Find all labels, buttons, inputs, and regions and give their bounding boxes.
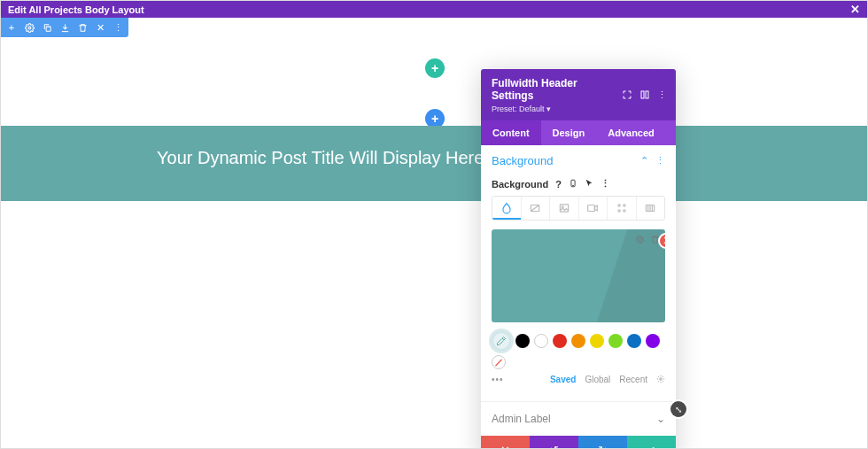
palette-settings-icon[interactable] — [656, 375, 665, 385]
svg-point-0 — [28, 27, 31, 29]
background-type-selector — [492, 196, 665, 221]
palette-tab-global[interactable]: Global — [585, 375, 610, 384]
panel-tabs: Content Design Advanced — [481, 120, 676, 145]
swatch-white[interactable] — [534, 334, 548, 348]
color-preview[interactable]: 1 — [492, 229, 665, 322]
section-toolbar: + ✕ ⋮ — [1, 18, 128, 37]
exit-icon[interactable]: ✕ — [93, 20, 107, 35]
color-swatches — [492, 331, 665, 369]
panel-footer: ✕ ↺ ↻ ✓ — [481, 436, 676, 449]
chevron-down-icon: ▾ — [546, 105, 551, 113]
swatch-yellow[interactable] — [590, 334, 604, 348]
close-icon[interactable]: ✕ — [850, 3, 860, 16]
swatch-black[interactable] — [515, 334, 530, 348]
settings-panel: Fullwidth Header Settings Preset: Defaul… — [481, 69, 676, 449]
bg-type-gradient[interactable] — [522, 197, 551, 220]
more-icon[interactable]: ⋮ — [111, 20, 125, 35]
help-icon[interactable]: ? — [555, 179, 562, 190]
hero-title: Your Dynamic Post Title Will Display Her… — [157, 148, 484, 168]
resize-handle[interactable]: ⤡ — [670, 401, 686, 417]
background-label-row: Background ? ⋮ — [492, 178, 665, 190]
svg-rect-3 — [646, 91, 648, 98]
bg-type-color[interactable] — [492, 197, 522, 220]
delete-icon[interactable] — [75, 20, 89, 35]
snap-icon[interactable] — [639, 89, 650, 101]
tab-content[interactable]: Content — [481, 120, 541, 145]
section-more-icon[interactable]: ⋮ — [655, 155, 665, 166]
eyedropper-button[interactable] — [492, 331, 511, 351]
tab-advanced[interactable]: Advanced — [596, 120, 666, 145]
svg-rect-2 — [641, 91, 644, 98]
background-label: Background — [492, 179, 548, 190]
svg-point-13 — [624, 210, 625, 212]
swatch-blue[interactable] — [627, 334, 641, 348]
svg-point-11 — [624, 205, 625, 206]
redo-button[interactable]: ↻ — [578, 436, 627, 449]
add-section-button[interactable]: + — [425, 58, 445, 78]
swatch-purple[interactable] — [646, 334, 660, 348]
swatch-subbar: ••• Saved Global Recent — [492, 375, 665, 385]
settings-icon[interactable] — [22, 20, 36, 35]
svg-rect-7 — [560, 205, 568, 212]
panel-more-icon[interactable]: ⋮ — [657, 89, 667, 101]
palette-tab-recent[interactable]: Recent — [619, 375, 647, 384]
page-title: Edit All Projects Body Layout — [8, 4, 144, 15]
label-more-icon[interactable]: ⋮ — [601, 178, 610, 190]
hover-icon[interactable] — [585, 178, 593, 190]
panel-header: Fullwidth Header Settings Preset: Defaul… — [481, 69, 676, 120]
responsive-icon[interactable] — [569, 178, 577, 190]
svg-point-10 — [618, 205, 620, 206]
svg-point-12 — [618, 210, 620, 212]
swatch-none[interactable] — [492, 355, 506, 369]
svg-point-15 — [639, 238, 641, 241]
section-header[interactable]: Background ⌃ ⋮ — [492, 154, 665, 167]
section-title: Background — [492, 154, 553, 167]
cancel-button[interactable]: ✕ — [481, 436, 530, 449]
svg-rect-9 — [588, 205, 595, 211]
swatch-red[interactable] — [553, 334, 567, 348]
bg-type-pattern[interactable] — [608, 197, 637, 220]
save-icon[interactable] — [58, 20, 72, 35]
svg-point-5 — [573, 185, 574, 186]
panel-title: Fullwidth Header Settings — [492, 77, 622, 103]
preview-settings-icon[interactable] — [635, 235, 645, 246]
swatch-orange[interactable] — [571, 334, 585, 348]
swatch-green[interactable] — [608, 334, 623, 348]
duplicate-icon[interactable] — [40, 20, 54, 35]
bg-type-mask[interactable] — [637, 197, 665, 220]
hero-band: Your Dynamic Post Title Will Display Her… — [1, 126, 867, 201]
palette-tab-saved[interactable]: Saved — [550, 375, 576, 384]
chevron-down-icon: ⌄ — [656, 413, 665, 425]
tab-design[interactable]: Design — [541, 120, 597, 145]
svg-point-16 — [660, 378, 663, 381]
undo-button[interactable]: ↺ — [530, 436, 578, 449]
expand-icon[interactable] — [622, 89, 632, 101]
confirm-button[interactable]: ✓ — [627, 436, 676, 449]
bg-type-image[interactable] — [550, 197, 579, 220]
page-top-bar: Edit All Projects Body Layout ✕ — [1, 1, 867, 18]
section-background: Background ⌃ ⋮ Background ? ⋮ — [481, 145, 676, 385]
collapse-icon[interactable]: ⌃ — [640, 155, 648, 166]
swatch-more-icon[interactable]: ••• — [492, 375, 504, 384]
svg-rect-1 — [46, 27, 50, 31]
bg-type-video[interactable] — [579, 197, 608, 220]
preset-dropdown[interactable]: Preset: Default ▾ — [492, 105, 622, 113]
section-admin-label[interactable]: Admin Label ⌄ — [481, 401, 676, 436]
add-icon[interactable]: + — [4, 20, 19, 35]
